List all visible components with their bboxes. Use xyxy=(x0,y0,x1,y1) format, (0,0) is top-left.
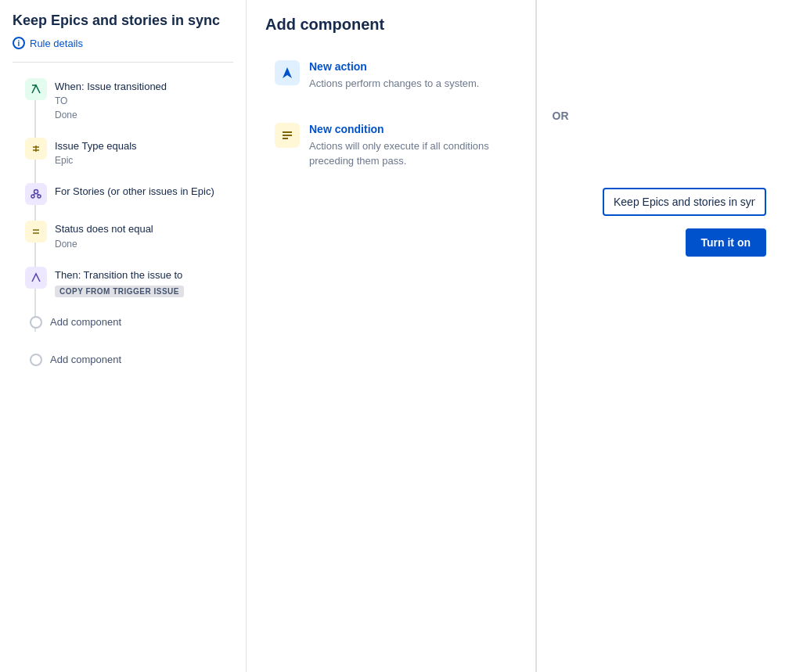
new-condition-card[interactable]: New condition Actions will only execute … xyxy=(265,112,517,180)
status-icon xyxy=(25,221,47,243)
issue-type-label: Issue Type equals xyxy=(55,139,137,153)
panel-divider xyxy=(13,62,233,63)
timeline-item-issue-type[interactable]: Issue Type equals Epic xyxy=(25,138,246,167)
for-stories-icon xyxy=(25,183,47,205)
svg-point-1 xyxy=(31,195,34,198)
new-condition-content: New condition Actions will only execute … xyxy=(309,123,507,169)
when-icon xyxy=(25,78,47,100)
add-component-inner-circle xyxy=(30,316,42,329)
timeline-item-status[interactable]: Status does not equal Done xyxy=(25,221,246,250)
then-label: Then: Transition the issue to xyxy=(55,268,184,282)
status-content: Status does not equal Done xyxy=(55,221,153,250)
svg-point-0 xyxy=(34,190,38,194)
for-stories-label: For Stories (or other issues in Epic) xyxy=(55,185,214,199)
when-content: When: Issue transitioned TO Done xyxy=(55,78,167,122)
when-label: When: Issue transitioned xyxy=(55,80,167,94)
middle-panel: Add component New action Actions perform… xyxy=(247,0,536,672)
svg-line-4 xyxy=(36,194,39,196)
add-component-outer[interactable]: Add component xyxy=(25,350,246,369)
timeline-item-then[interactable]: Then: Transition the issue to COPY FROM … xyxy=(25,267,246,297)
issue-type-content: Issue Type equals Epic xyxy=(55,138,137,167)
rule-name-input[interactable] xyxy=(603,188,766,216)
then-icon xyxy=(25,267,47,289)
rule-title: Keep Epics and stories in sync xyxy=(13,13,246,29)
add-component-inner-label: Add component xyxy=(50,316,121,328)
add-component-outer-label: Add component xyxy=(50,354,121,365)
rule-details-label: Rule details xyxy=(30,38,83,49)
or-label: OR xyxy=(553,110,569,122)
svg-point-2 xyxy=(38,195,41,198)
new-action-desc: Actions perform changes to a system. xyxy=(309,76,479,92)
new-condition-title: New condition xyxy=(309,123,507,135)
new-action-card[interactable]: New action Actions perform changes to a … xyxy=(265,49,517,102)
issue-type-icon xyxy=(25,138,47,160)
issue-type-sub1: Epic xyxy=(55,153,137,167)
add-component-inner[interactable]: Add component xyxy=(25,313,246,332)
new-action-title: New action xyxy=(309,60,479,73)
when-sub2: Done xyxy=(55,108,167,122)
or-section: OR xyxy=(537,0,584,672)
svg-line-3 xyxy=(33,194,36,196)
when-sub1: TO xyxy=(55,94,167,108)
timeline: When: Issue transitioned TO Done Issue T… xyxy=(13,78,246,332)
then-badge: COPY FROM TRIGGER ISSUE xyxy=(55,286,184,297)
svg-marker-5 xyxy=(283,67,292,78)
rule-details-icon: i xyxy=(13,37,25,49)
new-action-content: New action Actions perform changes to a … xyxy=(309,60,479,92)
timeline-item-for-stories[interactable]: For Stories (or other issues in Epic) xyxy=(25,183,246,205)
turn-on-button[interactable]: Turn it on xyxy=(686,228,767,257)
new-action-icon xyxy=(275,60,300,85)
right-content: Turn it on xyxy=(603,16,766,257)
new-condition-desc: Actions will only execute if all conditi… xyxy=(309,138,507,169)
timeline-item-when[interactable]: When: Issue transitioned TO Done xyxy=(25,78,246,122)
for-stories-content: For Stories (or other issues in Epic) xyxy=(55,183,214,199)
new-condition-icon xyxy=(275,123,300,148)
status-sub1: Done xyxy=(55,237,153,251)
add-component-outer-circle xyxy=(30,354,42,366)
add-component-heading: Add component xyxy=(265,16,517,34)
status-label: Status does not equal xyxy=(55,222,153,236)
right-panel: Turn it on xyxy=(584,0,785,672)
then-content: Then: Transition the issue to COPY FROM … xyxy=(55,267,184,297)
rule-details-link[interactable]: i Rule details xyxy=(13,37,246,49)
left-panel: Keep Epics and stories in sync i Rule de… xyxy=(0,0,247,672)
